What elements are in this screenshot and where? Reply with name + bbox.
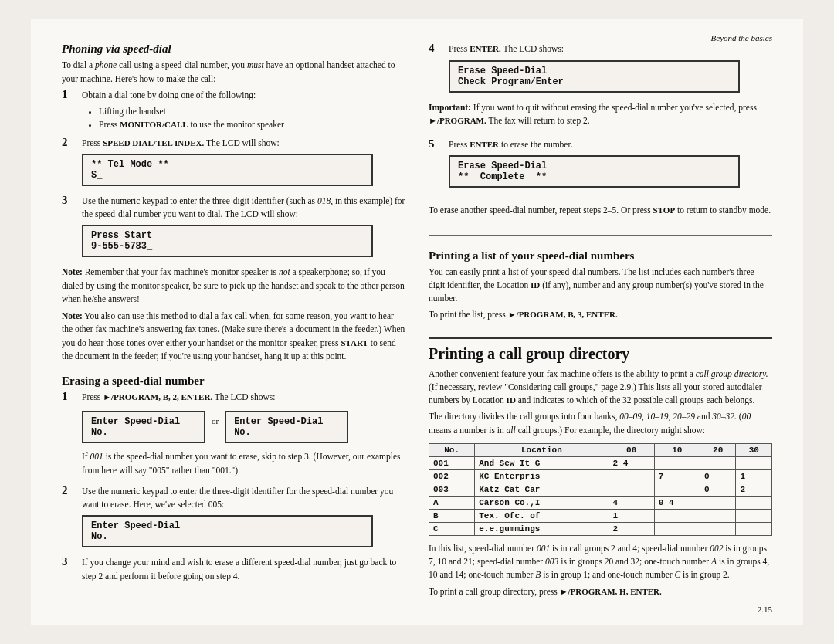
cell-10 xyxy=(654,522,700,535)
phoning-rest: via speed-dial xyxy=(106,42,171,55)
cell-20 xyxy=(700,509,736,522)
step-3-phoning: 3 Use the numeric keypad to enter the th… xyxy=(62,195,405,262)
table-row: 001 And Sew It G 2 4 xyxy=(429,456,772,469)
erase-step-5-content: Press enter to erase the number. Erase S… xyxy=(449,138,772,192)
col-30: 30 xyxy=(736,443,772,456)
note-2-text: Note: You also can use this method to di… xyxy=(62,310,405,363)
col-20: 20 xyxy=(700,443,736,456)
step-1-bullets: Lifting the handset Press monitor/call t… xyxy=(99,105,405,132)
bullet-lifting: Lifting the handset xyxy=(99,105,405,118)
lcd-press-start: Press Start9-555-5783_ xyxy=(82,225,373,257)
cell-10 xyxy=(654,509,700,522)
cell-10 xyxy=(654,483,700,496)
erase-step-1-text: Press ►/program, b, 2, enter. The LCD sh… xyxy=(82,391,405,404)
erase-step-1-note: If 001 is the speed-dial number you want… xyxy=(82,450,405,477)
section-call-group-body1: Another convenient feature your fax mach… xyxy=(429,368,772,408)
cell-loc: Katz Cat Car xyxy=(475,483,609,496)
after-erase-text: To erase another speed-dial number, repe… xyxy=(429,204,772,217)
cell-loc: Tex. Ofc. of xyxy=(475,509,609,522)
cell-no: B xyxy=(429,509,475,522)
cell-00: 2 4 xyxy=(609,456,654,469)
cell-00: 4 xyxy=(609,496,654,509)
phoning-italic: Phoning xyxy=(62,42,103,55)
right-column: 4 Press enter. The LCD shows: Erase Spee… xyxy=(429,42,772,602)
cell-30 xyxy=(736,456,772,469)
cell-30 xyxy=(736,496,772,509)
important-note: Important: If you want to quit without e… xyxy=(429,101,772,128)
cell-20 xyxy=(700,456,736,469)
note-1-block: Note: Remember that your fax machine's m… xyxy=(62,266,405,306)
cell-no: A xyxy=(429,496,475,509)
cell-20 xyxy=(700,522,736,535)
section-erasing: Erasing a speed-dial number 1 Press ►/pr… xyxy=(62,375,405,591)
cell-00: 1 xyxy=(609,509,654,522)
cell-00: 2 xyxy=(609,522,654,535)
lcd-or-container: Enter Speed-DialNo. or Enter Speed-DialN… xyxy=(82,407,405,447)
cell-no: 002 xyxy=(429,469,475,483)
erase-step-4: 4 Press enter. The LCD shows: Erase Spee… xyxy=(429,42,772,96)
erase-step-3: 3 If you change your mind and wish to er… xyxy=(62,556,405,586)
erase-step-1-content: Press ►/program, b, 2, enter. The LCD sh… xyxy=(82,391,405,480)
table-header-row: No. Location 00 10 20 30 xyxy=(429,443,772,456)
erase-step-5: 5 Press enter to erase the number. Erase… xyxy=(429,138,772,192)
cell-loc: KC Enterpris xyxy=(475,469,609,483)
lcd-enter-speed-1: Enter Speed-DialNo. xyxy=(82,411,205,443)
lcd-tel-mode: ** Tel Mode **S_ xyxy=(82,154,373,186)
table-row: 003 Katz Cat Car 0 2 xyxy=(429,483,772,496)
section-print-list-body2: To print the list, press ►/program, b, 3… xyxy=(429,308,772,321)
bullet-monitor: Press monitor/call to use the monitor sp… xyxy=(99,118,405,131)
cell-no: C xyxy=(429,522,475,535)
erase-step-2-content: Use the numeric keypad to enter the thre… xyxy=(82,485,405,552)
erase-step-5-text: Press enter to erase the number. xyxy=(449,138,772,151)
erase-step-3-content: If you change your mind and wish to eras… xyxy=(82,556,405,586)
cell-no: 001 xyxy=(429,456,475,469)
section-call-group-body3: In this list, speed-dial number 001 is i… xyxy=(429,542,772,582)
table-row: A Carson Co.,I 4 0 4 xyxy=(429,496,772,509)
lcd-erase-complete: Erase Speed-Dial** Complete ** xyxy=(449,155,740,188)
section-print-list-title: Printing a list of your speed-dial numbe… xyxy=(429,249,772,263)
cell-20: 0 xyxy=(700,483,736,496)
step-3-text: Use the numeric keypad to enter the thre… xyxy=(82,195,405,222)
note-2-block: Note: You also can use this method to di… xyxy=(62,310,405,363)
step-2-text: Press speed dial/tel index. The LCD will… xyxy=(82,137,405,150)
section-call-group: Printing a call group directory Another … xyxy=(429,333,772,602)
lcd-erase-check: Erase Speed-DialCheck Program/Enter xyxy=(449,60,740,93)
erase-step-2-text: Use the numeric keypad to enter the thre… xyxy=(82,485,405,512)
step-num-2: 2 xyxy=(62,136,77,149)
col-10: 10 xyxy=(654,443,700,456)
cell-10 xyxy=(654,456,700,469)
section-call-group-title: Printing a call group directory xyxy=(429,337,772,363)
cell-00 xyxy=(609,469,654,483)
cell-00 xyxy=(609,483,654,496)
cell-loc: e.e.gummings xyxy=(475,522,609,535)
erase-step-1: 1 Press ►/program, b, 2, enter. The LCD … xyxy=(62,391,405,480)
cell-30 xyxy=(736,509,772,522)
section-phoning: Phoning via speed-dial To dial a phone c… xyxy=(62,42,405,367)
step-1-content: Obtain a dial tone by doing one of the f… xyxy=(82,89,405,132)
cell-30: 2 xyxy=(736,483,772,496)
step-2-content: Press speed dial/tel index. The LCD will… xyxy=(82,137,405,190)
lcd-enter-speed-no: Enter Speed-DialNo. xyxy=(82,515,373,547)
beyond-basics-label: Beyond the basics xyxy=(711,33,772,42)
step-3-content: Use the numeric keypad to enter the thre… xyxy=(82,195,405,262)
cell-loc: And Sew It G xyxy=(475,456,609,469)
table-row: 002 KC Enterpris 7 0 1 xyxy=(429,469,772,483)
erase-step-4-text: Press enter. The LCD shows: xyxy=(449,42,772,56)
erase-step-num-1: 1 xyxy=(62,390,77,403)
cell-no: 003 xyxy=(429,483,475,496)
erase-step-3-text: If you change your mind and wish to eras… xyxy=(82,556,405,583)
erase-step-4-content: Press enter. The LCD shows: Erase Speed-… xyxy=(449,42,772,96)
note-1-text: Note: Remember that your fax machine's m… xyxy=(62,266,405,306)
left-column: Phoning via speed-dial To dial a phone c… xyxy=(62,42,405,602)
step-num-3: 3 xyxy=(62,194,77,207)
erase-step-num-5: 5 xyxy=(429,137,444,151)
cell-10: 0 4 xyxy=(654,496,700,509)
cell-20: 0 xyxy=(700,469,736,483)
step-num-1: 1 xyxy=(62,88,77,101)
section-call-group-body2: The directory divides the call groups in… xyxy=(429,410,772,437)
erase-step-num-2: 2 xyxy=(62,484,77,497)
cell-30: 1 xyxy=(736,469,772,483)
section-call-group-body4: To print a call group directory, press ►… xyxy=(429,585,772,598)
col-00: 00 xyxy=(609,443,654,456)
section-erasing-title: Erasing a speed-dial number xyxy=(62,375,405,388)
